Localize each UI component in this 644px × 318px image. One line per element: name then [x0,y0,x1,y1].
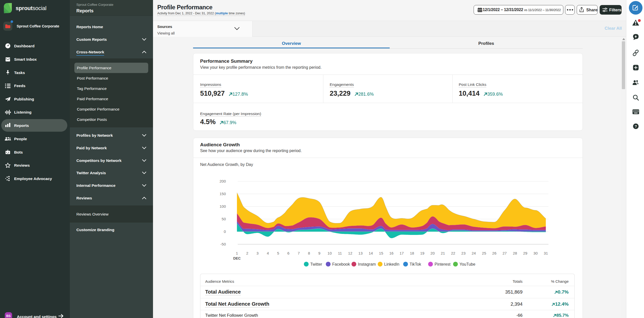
svg-text:20: 20 [431,251,435,255]
svg-text:11: 11 [338,251,342,255]
svg-text:6: 6 [287,251,289,255]
svg-text:18: 18 [410,251,414,255]
svg-text:4: 4 [267,251,269,255]
svg-text:30: 30 [533,251,538,255]
svg-text:Instagram: Instagram [358,262,376,266]
svg-text:200: 200 [220,179,226,183]
svg-text:27: 27 [503,251,507,255]
svg-text:29: 29 [523,251,527,255]
svg-text:13: 13 [358,251,363,255]
svg-text:50: 50 [222,217,226,221]
svg-text:12: 12 [348,251,352,255]
svg-text:21: 21 [441,251,445,255]
svg-text:14: 14 [369,251,373,255]
svg-text:31: 31 [544,251,548,255]
svg-text:Facebook: Facebook [332,262,350,266]
svg-text:19: 19 [420,251,424,255]
svg-text:Pinterest: Pinterest [435,262,451,266]
svg-text:5: 5 [277,251,279,255]
svg-text:0: 0 [224,229,226,234]
svg-text:28: 28 [513,251,517,255]
svg-text:TikTok: TikTok [410,262,421,266]
svg-text:-50: -50 [220,242,226,246]
svg-text:7: 7 [298,251,300,255]
svg-text:LinkedIn: LinkedIn [384,262,400,266]
svg-text:9: 9 [318,251,320,255]
svg-text:150: 150 [220,192,226,196]
svg-text:16: 16 [389,251,393,255]
svg-text:10: 10 [327,251,332,255]
svg-text:1: 1 [236,251,238,255]
svg-text:YouTube: YouTube [459,262,475,266]
svg-text:?: ? [635,124,637,128]
svg-text:2: 2 [246,251,248,255]
svg-text:23: 23 [461,251,466,255]
svg-text:25: 25 [482,251,486,255]
svg-text:24: 24 [472,251,476,255]
svg-text:DEC: DEC [233,256,241,260]
svg-text:17: 17 [400,251,404,255]
svg-text:15: 15 [379,251,383,255]
svg-text:22: 22 [451,251,455,255]
svg-text:26: 26 [492,251,497,255]
svg-text:100: 100 [220,204,226,208]
svg-text:Twitter: Twitter [310,262,322,266]
svg-text:8: 8 [308,251,310,255]
svg-text:3: 3 [257,251,259,255]
